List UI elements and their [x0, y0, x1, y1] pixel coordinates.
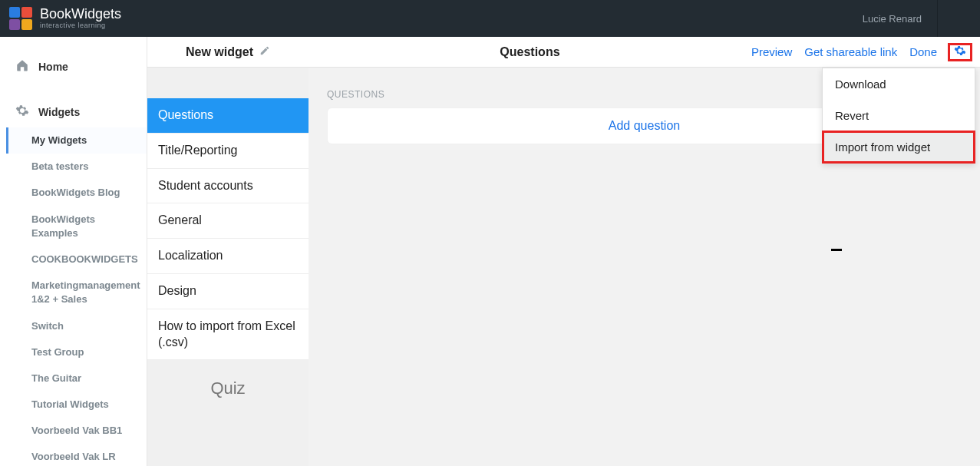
- section-design[interactable]: Design: [147, 274, 309, 309]
- section-label: General: [158, 213, 202, 226]
- brand-name: BookWidgets: [40, 7, 121, 22]
- sidebar-home-label: Home: [38, 61, 68, 73]
- done-link[interactable]: Done: [909, 45, 937, 58]
- editor-header: Questions Preview Get shareable link Don…: [309, 37, 980, 68]
- gear-icon: [954, 45, 966, 60]
- widget-type-label: Quiz: [147, 360, 309, 417]
- section-questions[interactable]: Questions: [147, 98, 309, 134]
- sidebar-item-beta-testers[interactable]: Beta testers: [6, 154, 147, 180]
- sidebar-item-tutorial[interactable]: Tutorial Widgets: [6, 392, 147, 418]
- sidebar-item-test-group[interactable]: Test Group: [6, 339, 147, 365]
- widget-title-row[interactable]: New widget: [147, 37, 309, 68]
- sidebar-widgets[interactable]: Widgets: [0, 96, 147, 127]
- sidebar-item-label: Marketingmanagement 1&2 + Sales: [31, 279, 140, 306]
- menu-import-from-widget[interactable]: Import from widget: [823, 131, 975, 163]
- sidebar-item-label: The Guitar: [31, 372, 81, 385]
- preview-link[interactable]: Preview: [751, 45, 792, 58]
- sidebar-item-label: Beta testers: [31, 160, 88, 174]
- brand-tagline: interactive learning: [40, 22, 121, 30]
- section-label: Localization: [158, 249, 223, 262]
- settings-menu-button[interactable]: [949, 45, 971, 60]
- section-label: Student accounts: [158, 179, 253, 192]
- text-cursor: [831, 246, 842, 251]
- pencil-icon: [259, 45, 270, 59]
- top-bar: BookWidgets interactive learning Lucie R…: [0, 0, 980, 37]
- sidebar-item-label: COOKBOOKWIDGETS: [31, 253, 138, 266]
- sidebar-item-label: BookWidgets Examples: [31, 213, 139, 240]
- left-sidebar: Home Widgets My Widgets Beta testers Boo…: [0, 37, 147, 466]
- section-label: Questions: [158, 108, 213, 121]
- main: Home Widgets My Widgets Beta testers Boo…: [0, 37, 980, 466]
- sidebar-item-blog[interactable]: BookWidgets Blog: [6, 180, 147, 206]
- brand-text: BookWidgets interactive learning: [40, 7, 121, 30]
- sidebar-item-examples[interactable]: BookWidgets Examples: [6, 207, 147, 246]
- sidebar-item-cookbook[interactable]: COOKBOOKWIDGETS: [6, 246, 147, 273]
- sidebar-item-marketing[interactable]: Marketingmanagement 1&2 + Sales: [6, 273, 147, 312]
- home-icon: [15, 58, 29, 74]
- menu-download[interactable]: Download: [823, 68, 975, 100]
- sidebar-item-label: Voorbeeld Vak LR: [31, 450, 116, 464]
- sidebar-item-my-widgets[interactable]: My Widgets: [6, 127, 147, 154]
- logout-button[interactable]: [937, 0, 980, 37]
- section-title-reporting[interactable]: Title/Reporting: [147, 134, 309, 169]
- sidebar-item-label: BookWidgets Blog: [31, 186, 120, 200]
- section-localization[interactable]: Localization: [147, 239, 309, 274]
- top-right: Lucie Renard: [847, 0, 980, 37]
- sidebar-item-voorbeeld-lr[interactable]: Voorbeeld Vak LR: [6, 444, 147, 466]
- user-name[interactable]: Lucie Renard: [847, 13, 937, 25]
- sidebar-item-guitar[interactable]: The Guitar: [6, 365, 147, 392]
- section-general[interactable]: General: [147, 203, 309, 239]
- sidebar-item-label: Test Group: [31, 345, 84, 359]
- sidebar-item-label: My Widgets: [31, 134, 87, 147]
- section-label: Design: [158, 284, 196, 297]
- sidebar-home[interactable]: Home: [0, 51, 147, 82]
- sidebar-item-label: Tutorial Widgets: [31, 398, 109, 411]
- settings-dropdown: Download Revert Import from widget: [822, 68, 975, 164]
- sidebar-sublist: My Widgets Beta testers BookWidgets Blog…: [0, 127, 147, 466]
- menu-revert[interactable]: Revert: [823, 100, 975, 131]
- sidebar-widgets-label: Widgets: [38, 106, 80, 118]
- section-label: Title/Reporting: [158, 144, 237, 157]
- widget-title: New widget: [186, 45, 253, 59]
- sidebar-item-label: Voorbeeld Vak BB1: [31, 424, 122, 438]
- section-list: Questions Title/Reporting Student accoun…: [147, 98, 309, 360]
- sidebar-item-voorbeeld-bb1[interactable]: Voorbeeld Vak BB1: [6, 418, 147, 444]
- brand[interactable]: BookWidgets interactive learning: [9, 7, 121, 30]
- sidebar-item-switch[interactable]: Switch: [6, 313, 147, 339]
- editor-pane: Questions Preview Get shareable link Don…: [309, 37, 980, 466]
- section-import-csv[interactable]: How to import from Excel (.csv): [147, 309, 309, 361]
- sidebar-item-label: Switch: [31, 319, 64, 333]
- editor-title: Questions: [309, 45, 751, 59]
- section-label: How to import from Excel (.csv): [158, 319, 295, 349]
- gear-icon: [15, 104, 29, 120]
- section-student-accounts[interactable]: Student accounts: [147, 169, 309, 204]
- section-nav: New widget Questions Title/Reporting Stu…: [147, 37, 309, 466]
- editor-actions: Preview Get shareable link Done: [751, 45, 971, 60]
- logo-icon: [9, 7, 32, 30]
- share-link[interactable]: Get shareable link: [804, 45, 897, 58]
